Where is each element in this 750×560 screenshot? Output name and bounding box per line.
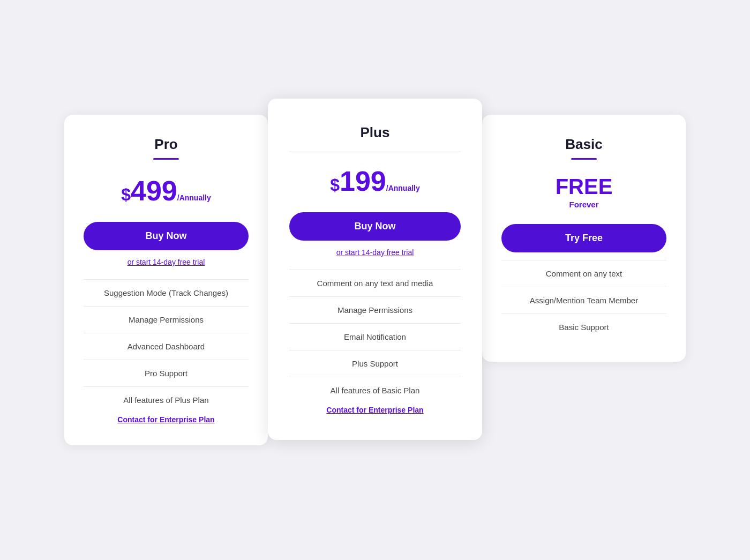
pro-divider [153,158,179,160]
pro-feature-list: Suggestion Mode (Track Changes) Manage P… [84,279,249,413]
basic-free-text: FREE [501,175,666,199]
basic-feature-1: Comment on any text [501,260,666,287]
pro-feature-3: Advanced Dashboard [84,333,249,360]
pro-enterprise-link[interactable]: Contact for Enterprise Plan [84,415,249,424]
plus-free-trial-link[interactable]: or start 14-day free trial [289,248,461,257]
basic-plan-price: FREE Forever [501,175,666,209]
plus-currency: $ [330,175,340,195]
pro-plan-price: $499/Annually [84,175,249,207]
basic-divider [571,158,597,160]
pro-plan-name: Pro [84,136,249,153]
pro-plan-card: Pro $499/Annually Buy Now or start 14-da… [64,115,268,445]
pro-buy-now-button[interactable]: Buy Now [84,222,249,250]
plus-top-divider [289,152,461,152]
pro-amount: 499 [131,175,177,206]
plus-feature-list: Comment on any text and media Manage Per… [289,270,461,404]
plus-plan-price: $199/Annually [289,165,461,197]
basic-feature-2: Assign/Mention Team Member [501,287,666,313]
pro-free-trial-link[interactable]: or start 14-day free trial [84,258,249,266]
plus-feature-2: Manage Permissions [289,296,461,323]
pro-period: /Annually [177,193,211,202]
basic-plan-name: Basic [501,136,666,153]
pro-currency: $ [121,185,131,204]
basic-try-free-button[interactable]: Try Free [501,224,666,252]
basic-feature-list: Comment on any text Assign/Mention Team … [501,260,666,340]
plus-feature-4: Plus Support [289,350,461,377]
basic-plan-card: Basic FREE Forever Try Free Comment on a… [482,115,686,362]
plus-plan-card: Plus $199/Annually Buy Now or start 14-d… [268,99,482,440]
basic-forever-text: Forever [501,200,666,209]
basic-feature-3: Basic Support [501,313,666,340]
pricing-container: Pro $499/Annually Buy Now or start 14-da… [0,93,750,467]
pro-feature-5: All features of Plus Plan [84,386,249,413]
plus-buy-now-button[interactable]: Buy Now [289,212,461,241]
pro-feature-1: Suggestion Mode (Track Changes) [84,279,249,306]
plus-amount: 199 [340,166,386,197]
plus-enterprise-link[interactable]: Contact for Enterprise Plan [289,406,461,414]
plus-feature-1: Comment on any text and media [289,270,461,296]
pro-feature-2: Manage Permissions [84,306,249,333]
pro-feature-4: Pro Support [84,360,249,386]
plus-plan-name: Plus [289,124,461,141]
plus-period: /Annually [386,184,420,192]
plus-feature-3: Email Notification [289,323,461,350]
plus-feature-5: All features of Basic Plan [289,377,461,404]
